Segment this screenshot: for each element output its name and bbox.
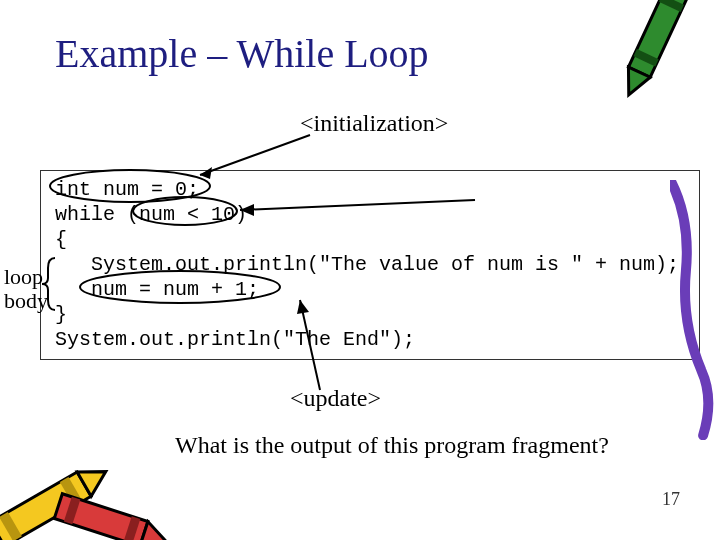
- code-box: int num = 0; while (num < 10) { System.o…: [40, 170, 700, 360]
- code-line-4: System.out.println("The value of num is …: [55, 253, 679, 276]
- arrow-initialization: [200, 135, 310, 175]
- code-line-1: int num = 0;: [55, 178, 199, 201]
- crayon-green-top: [612, 0, 692, 105]
- question-text: What is the output of this program fragm…: [175, 432, 609, 459]
- crayon-purple-right: [670, 180, 720, 440]
- code-line-5: num = num + 1;: [55, 278, 259, 301]
- code-line-7: System.out.println("The End");: [55, 328, 415, 351]
- code-line-3: {: [55, 228, 67, 251]
- code-line-6: }: [55, 303, 67, 326]
- slide: Example – While Loop <initialization> <t…: [0, 0, 720, 540]
- label-initialization: <initialization>: [300, 110, 448, 137]
- label-loop-body: loop body: [4, 265, 48, 313]
- label-loop-body-line1: loop: [4, 264, 43, 289]
- code-line-2: while (num < 10): [55, 203, 247, 226]
- svg-rect-3: [628, 0, 688, 77]
- label-loop-body-line2: body: [4, 288, 48, 313]
- label-update: <update>: [290, 385, 381, 412]
- crayon-red-bottom: [50, 480, 170, 540]
- slide-title: Example – While Loop: [55, 30, 429, 77]
- page-number: 17: [662, 489, 680, 510]
